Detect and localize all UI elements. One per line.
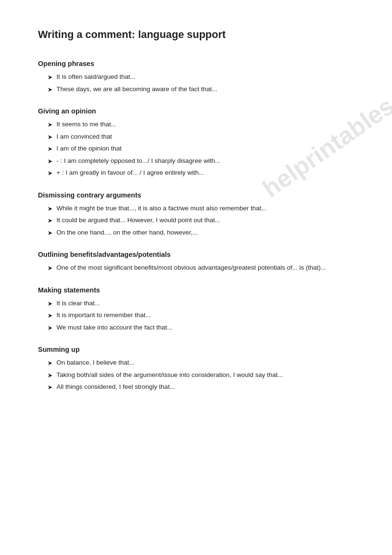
bullet-arrow-icon: ➤ [47,383,53,392]
list-item: ➤+ : I am greatly in favour of... / I ag… [47,168,354,178]
section-heading-giving-opinion: Giving an opinion [38,107,354,115]
section-making-statements: Making statements➤It is clear that...➤It… [38,286,354,333]
bullet-text: On balance, I believe that... [56,358,354,367]
bullet-arrow-icon: ➤ [47,204,53,214]
list-item: ➤I am of the opinion that [47,144,354,154]
bullet-arrow-icon: ➤ [47,120,53,130]
bullet-arrow-icon: ➤ [47,157,53,166]
list-item: ➤One of the most significant benefits/mo… [47,263,354,273]
section-heading-dismissing-contrary: Dismissing contrary arguments [38,191,354,199]
bullet-text: It is important to remember that... [56,310,354,320]
list-item: ➤All things considered, I feel strongly … [47,382,354,392]
bullet-text: It is clear that... [56,299,354,308]
bullet-text: It is often said/argued that... [56,72,354,82]
bullet-text: On the one hand..., on the other hand, h… [56,228,354,237]
list-item: ➤It could be argued that... However, I w… [47,216,354,226]
bullet-text: Taking both/all sides of the argument/is… [56,370,354,380]
list-item: ➤It is clear that... [47,299,354,309]
bullet-arrow-icon: ➤ [47,323,53,333]
list-item: ➤On the one hand..., on the other hand, … [47,228,354,238]
bullet-arrow-icon: ➤ [47,228,53,238]
list-item: ➤It is important to remember that... [47,310,354,320]
section-heading-making-statements: Making statements [38,286,354,294]
list-item: ➤We must take into account the fact that… [47,323,354,333]
list-item: ➤- : I am completely opposed to.../ I sh… [47,156,354,166]
section-summing-up: Summing up➤On balance, I believe that...… [38,346,354,392]
list-item: ➤It seems to me that... [47,120,354,130]
bullet-arrow-icon: ➤ [47,144,53,154]
bullet-text: I am of the opinion that [56,144,354,153]
list-item: ➤I am convinced that [47,132,354,142]
bullet-arrow-icon: ➤ [47,169,53,178]
list-item: ➤It is often said/argued that... [47,72,354,82]
bullet-text: I am convinced that [56,132,354,141]
bullet-text: While it might be true that..., it is al… [56,204,354,213]
section-opening-phrases: Opening phrases➤It is often said/argued … [38,60,354,94]
bullet-text: It could be argued that... However, I wo… [56,216,354,225]
bullet-arrow-icon: ➤ [47,216,53,226]
bullet-text: These days, we are all becoming aware of… [56,85,354,94]
page-title: Writing a comment: language support [38,28,354,41]
section-giving-opinion: Giving an opinion➤It seems to me that...… [38,107,354,178]
bullet-arrow-icon: ➤ [47,85,53,94]
bullet-text: All things considered, I feel strongly t… [56,382,354,392]
bullet-text: One of the most significant benefits/mos… [56,263,354,273]
bullet-list-opening-phrases: ➤It is often said/argued that...➤These d… [38,72,354,94]
list-item: ➤While it might be true that..., it is a… [47,204,354,214]
bullet-arrow-icon: ➤ [47,263,53,273]
bullet-text: + : I am greatly in favour of... / I agr… [56,168,354,178]
list-item: ➤These days, we are all becoming aware o… [47,85,354,94]
bullet-arrow-icon: ➤ [47,311,53,320]
bullet-list-making-statements: ➤It is clear that...➤It is important to … [38,299,354,333]
bullet-text: It seems to me that... [56,120,354,129]
section-heading-outlining-benefits: Outlining benefits/advantages/potentials [38,251,354,258]
section-heading-opening-phrases: Opening phrases [38,60,354,67]
bullet-list-dismissing-contrary: ➤While it might be true that..., it is a… [38,204,354,238]
section-outlining-benefits: Outlining benefits/advantages/potentials… [38,251,354,273]
bullet-arrow-icon: ➤ [47,299,53,309]
bullet-arrow-icon: ➤ [47,358,53,368]
bullet-text: - : I am completely opposed to.../ I sha… [56,156,354,166]
section-heading-summing-up: Summing up [38,346,354,353]
bullet-arrow-icon: ➤ [47,73,53,82]
bullet-list-giving-opinion: ➤It seems to me that...➤I am convinced t… [38,120,354,178]
bullet-arrow-icon: ➤ [47,132,53,142]
section-dismissing-contrary: Dismissing contrary arguments➤While it m… [38,191,354,238]
list-item: ➤Taking both/all sides of the argument/i… [47,370,354,380]
bullet-arrow-icon: ➤ [47,371,53,380]
bullet-list-summing-up: ➤On balance, I believe that...➤Taking bo… [38,358,354,392]
bullet-list-outlining-benefits: ➤One of the most significant benefits/mo… [38,263,354,273]
list-item: ➤On balance, I believe that... [47,358,354,368]
bullet-text: We must take into account the fact that.… [56,323,354,332]
